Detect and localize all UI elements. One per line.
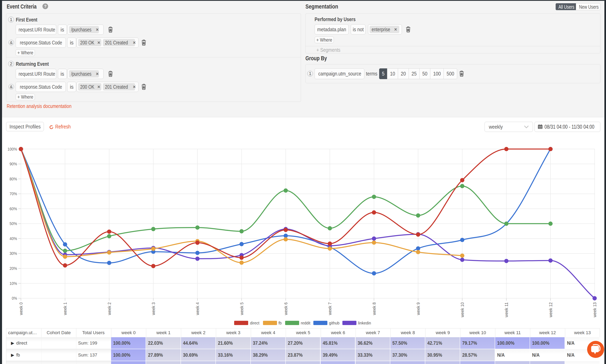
svg-text:30%: 30% (10, 251, 17, 256)
svg-text:week 0: week 0 (18, 302, 24, 315)
svg-text:week 13: week 13 (592, 302, 597, 318)
svg-text:80%: 80% (10, 177, 17, 181)
svg-text:100%: 100% (8, 147, 17, 151)
svg-text:90%: 90% (10, 161, 17, 166)
svg-text:week 2: week 2 (107, 302, 112, 315)
svg-text:week 7: week 7 (327, 302, 332, 315)
svg-text:20%: 20% (10, 266, 17, 271)
svg-text:week 4: week 4 (195, 302, 200, 315)
svg-text:0%: 0% (12, 296, 17, 300)
svg-text:40%: 40% (10, 236, 17, 241)
svg-text:10%: 10% (10, 281, 17, 286)
svg-text:week 11: week 11 (504, 302, 509, 318)
svg-text:week 8: week 8 (372, 302, 377, 315)
svg-text:week 10: week 10 (460, 302, 465, 318)
svg-text:week 12: week 12 (548, 302, 553, 318)
svg-text:60%: 60% (10, 206, 17, 211)
svg-text:week 1: week 1 (63, 302, 68, 315)
svg-text:week 3: week 3 (151, 302, 156, 315)
svg-text:week 6: week 6 (283, 302, 288, 315)
svg-text:week 9: week 9 (416, 302, 421, 315)
svg-text:50%: 50% (10, 221, 17, 226)
svg-text:70%: 70% (10, 191, 17, 196)
svg-text:week 5: week 5 (239, 302, 244, 315)
